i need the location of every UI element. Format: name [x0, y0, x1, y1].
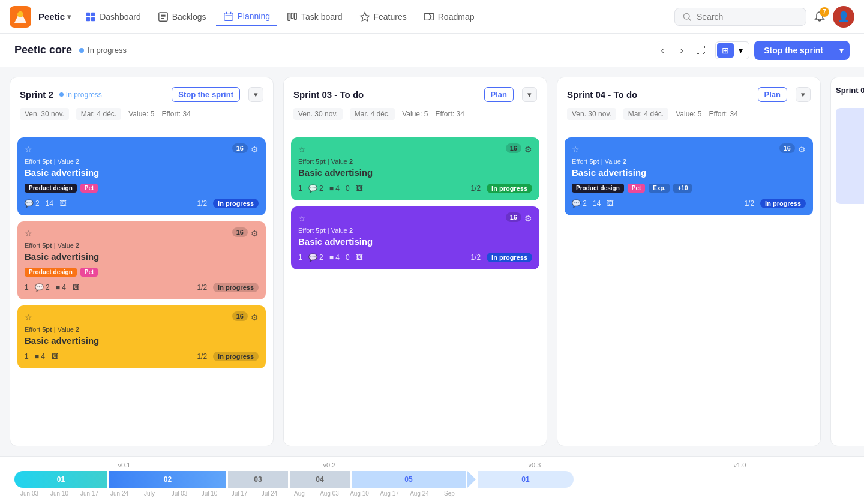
card-star-icon[interactable]: ☆ [25, 313, 32, 322]
sprint-03-plan-button[interactable]: Plan [484, 87, 514, 102]
stop-sprint-dropdown[interactable]: ▾ [833, 41, 850, 60]
svg-line-20 [689, 18, 691, 20]
sprint-03-dropdown[interactable]: ▾ [522, 87, 537, 102]
sprint-2-dropdown[interactable]: ▾ [248, 87, 263, 102]
sprint-2-effort: Effort: 34 [161, 110, 190, 118]
version-v02: v0.2 [323, 461, 336, 469]
timeline-bars: 01 02 03 04 05 01 [10, 471, 854, 488]
card-title: Basic advertising [25, 335, 259, 346]
svg-marker-18 [360, 12, 368, 20]
card-count: 14 [593, 199, 601, 208]
date-aug17: Aug 17 [374, 490, 404, 497]
logo[interactable] [10, 6, 31, 28]
timeline-bar-01: 01 [14, 471, 107, 488]
card-gear-icon[interactable]: ⚙ [251, 229, 259, 238]
grid-view-button[interactable]: ⊞ [717, 43, 734, 58]
card-star-icon[interactable]: ☆ [298, 145, 306, 154]
card-progress-ratio: 1/2 [197, 283, 207, 292]
stop-sprint-action-button[interactable]: Stop the sprint [172, 87, 240, 102]
date-jun24: Jun 24 [104, 490, 134, 497]
card-badge: 16 [232, 143, 248, 153]
date-aug03: Aug 03 [314, 490, 344, 497]
timeline-bar-05: 05 [352, 471, 466, 488]
sprint-03-name: Sprint 03 - To do [293, 89, 364, 100]
page-title: Peetic core [14, 44, 72, 56]
sprint-04-card-1[interactable]: ☆ ⚙ 16 Effort 5pt | Value 2 Basic advert… [565, 137, 813, 215]
card-status: In progress [487, 184, 532, 193]
sprint-2-card-1[interactable]: ☆ ⚙ 16 Effort 5pt | Value 2 Basic advert… [17, 137, 266, 215]
tag-product-design: Product design [25, 268, 77, 277]
card-item0: 0 [346, 253, 350, 262]
search-icon [682, 12, 692, 22]
card-effort: Effort 5pt | Value 2 [572, 158, 806, 165]
nav-roadmap-label: Roadmap [438, 12, 475, 22]
stop-sprint-button[interactable]: Stop the sprint [754, 41, 833, 60]
sprint-03-card-1[interactable]: ☆ ⚙ 16 Effort 5pt | Value 2 Basic advert… [291, 137, 539, 200]
card-item1: 1 [298, 253, 302, 262]
notification-badge: 7 [820, 7, 829, 17]
date-aug: Aug [284, 490, 314, 497]
card-star-icon[interactable]: ☆ [25, 229, 32, 238]
svg-rect-3 [86, 12, 90, 16]
sprint-04-plan-button[interactable]: Plan [758, 87, 787, 102]
card-effort: Effort 5pt | Value 2 [298, 158, 532, 165]
timeline-bar-03: 03 [228, 471, 288, 488]
search-box[interactable] [674, 8, 806, 26]
date-jun17: Jun 17 [74, 490, 104, 497]
sprint-04-header: Sprint 04 - To do Plan ▾ Ven. 30 nov. Ma… [557, 77, 820, 130]
timeline-bar-04: 04 [290, 471, 350, 488]
card-attachments: 🖼 [51, 352, 58, 361]
card-item0: 0 [346, 184, 350, 193]
next-button[interactable]: › [672, 41, 691, 60]
list-view-button[interactable]: ▾ [734, 43, 748, 58]
card-star-icon[interactable]: ☆ [298, 214, 306, 223]
timeline: v0.1 v0.2 v0.3 v1.0 01 02 03 04 05 01 Ju… [0, 456, 864, 504]
sprint-03-meta: Ven. 30 nov. Mar. 4 déc. Value: 5 Effort… [293, 108, 537, 120]
sprint-2-card-3[interactable]: ☆ ⚙ 16 Effort 5pt | Value 2 Basic advert… [17, 305, 266, 368]
card-title: Basic advertising [572, 167, 806, 178]
nav-features[interactable]: Features [352, 8, 414, 26]
nav-planning[interactable]: Planning [216, 7, 278, 26]
nav-backlogs-label: Backlogs [172, 12, 206, 22]
nav-backlogs[interactable]: Backlogs [151, 8, 214, 26]
card-gear-icon[interactable]: ⚙ [251, 145, 259, 154]
card-footer: 1 ■ 4 🖼 1/2 In progress [25, 352, 259, 361]
sprint-2-card-2[interactable]: ☆ ⚙ 16 Effort 5pt | Value 2 Basic advert… [17, 221, 266, 299]
card-badge: 16 [232, 227, 248, 237]
card-progress-ratio: 1/2 [470, 253, 481, 262]
notifications-button[interactable]: 7 [809, 6, 830, 28]
sprint-03-start: Ven. 30 nov. [293, 108, 343, 120]
sprint-2-status: In progress [59, 91, 102, 99]
brand-name[interactable]: Peetic ▾ [38, 11, 71, 22]
card-title: Basic advertising [25, 251, 259, 262]
sprint-2-value: Value: 5 [128, 110, 154, 118]
sprint-04-dropdown[interactable]: ▾ [796, 87, 811, 102]
sprint-column-partial: Sprint 0 [830, 77, 864, 446]
avatar[interactable]: 👤 [833, 6, 854, 28]
nav-roadmap[interactable]: Roadmap [416, 8, 482, 26]
svg-point-19 [683, 13, 689, 19]
date-jul03: Jul 03 [164, 490, 194, 497]
card-attachments: 🖼 [356, 253, 363, 262]
card-gear-icon[interactable]: ⚙ [798, 145, 806, 154]
fullscreen-button[interactable]: ⛶ [691, 41, 710, 60]
prev-button[interactable]: ‹ [653, 41, 672, 60]
card-count: ■ 4 [35, 352, 45, 361]
sprint-column-03: Sprint 03 - To do Plan ▾ Ven. 30 nov. Ma… [283, 77, 547, 446]
sprint-03-card-2[interactable]: ☆ ⚙ 16 Effort 5pt | Value 2 Basic advert… [291, 206, 539, 269]
card-comments: 💬 2 [308, 253, 323, 262]
nav-dashboard[interactable]: Dashboard [78, 8, 148, 26]
search-input[interactable] [697, 12, 793, 22]
card-gear-icon[interactable]: ⚙ [524, 214, 532, 223]
card-title: Basic advertising [25, 167, 259, 178]
card-star-icon[interactable]: ☆ [572, 145, 580, 154]
card-gear-icon[interactable]: ⚙ [251, 313, 259, 322]
card-star-icon[interactable]: ☆ [25, 145, 32, 154]
nav-taskboard[interactable]: Task board [280, 8, 349, 26]
sprint-03-effort: Effort: 34 [435, 110, 464, 118]
card-count: ■ 4 [329, 184, 340, 193]
sprint-column-2: Sprint 2 In progress Stop the sprint ▾ V… [10, 77, 274, 446]
card-effort: Effort 5pt | Value 2 [25, 158, 259, 165]
svg-rect-6 [91, 17, 95, 20]
card-gear-icon[interactable]: ⚙ [524, 145, 532, 154]
